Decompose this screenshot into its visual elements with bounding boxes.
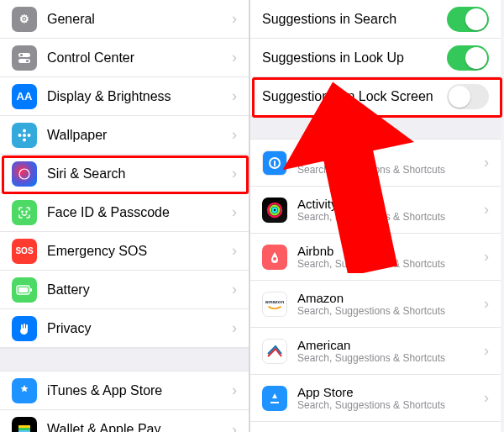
- row-siri-search[interactable]: Siri & Search ›: [0, 155, 249, 193]
- row-emergency-sos[interactable]: SOS Emergency SOS ›: [0, 232, 249, 271]
- label-battery: Battery: [47, 282, 227, 298]
- row-app-app-store[interactable]: App Store Search, Suggestions & Shortcut…: [250, 375, 501, 422]
- row-control-center[interactable]: Control Center ›: [0, 39, 249, 77]
- chevron-icon: ›: [484, 154, 489, 171]
- row-face-id[interactable]: Face ID & Passcode ›: [0, 193, 249, 232]
- chevron-icon: ›: [232, 126, 237, 144]
- label-control-center: Control Center: [47, 50, 227, 66]
- chevron-icon: ›: [232, 242, 237, 260]
- gear-icon: ⚙︎: [12, 7, 37, 32]
- label-suggestions-lookup: Suggestions in Look Up: [262, 50, 447, 66]
- chevron-icon: ›: [232, 165, 237, 182]
- row-battery[interactable]: Battery ›: [0, 271, 249, 309]
- label-privacy: Privacy: [47, 321, 227, 336]
- toggles-icon: [12, 45, 37, 71]
- row-app-american[interactable]: American Search, Suggestions & Shortcuts…: [250, 328, 501, 375]
- section-gap: [250, 116, 501, 140]
- chevron-icon: ›: [232, 382, 237, 399]
- chevron-icon: ›: [484, 295, 489, 313]
- toggle-suggestions-search[interactable]: [447, 7, 489, 32]
- row-app-activity[interactable]: Activity Search, Suggestions & Shortcuts…: [250, 187, 501, 234]
- app-sub: Search, Suggestions & Shortcuts: [297, 399, 479, 411]
- wallet-icon: [12, 417, 37, 432]
- svg-point-4: [23, 134, 26, 137]
- app-icon-amazon: amazon: [262, 292, 287, 317]
- svg-point-6: [23, 138, 26, 141]
- settings-list: ⚙︎ General › Control Center › AA Display…: [0, 0, 250, 432]
- row-display-brightness[interactable]: AA Display & Brightness ›: [0, 77, 249, 116]
- svg-point-7: [18, 134, 22, 137]
- app-name: American: [297, 338, 479, 352]
- svg-point-10: [22, 211, 23, 212]
- svg-rect-13: [30, 288, 32, 292]
- svg-text:amazon: amazon: [265, 299, 285, 304]
- svg-point-11: [26, 211, 27, 212]
- chevron-icon: ›: [232, 319, 237, 337]
- app-icon-american: [262, 339, 287, 364]
- hand-icon: [12, 316, 37, 341]
- app-icon-activity: [262, 198, 287, 223]
- row-suggestions-lock-screen[interactable]: Suggestions on Lock Screen: [250, 77, 501, 116]
- chevron-icon: ›: [232, 10, 237, 28]
- svg-point-9: [19, 169, 29, 179]
- siri-icon: [12, 161, 37, 187]
- label-suggestions-lock-screen: Suggestions on Lock Screen: [262, 89, 447, 104]
- chevron-icon: ›: [484, 342, 489, 360]
- svg-point-3: [26, 59, 29, 61]
- text-size-icon: AA: [12, 84, 37, 109]
- app-name: Activity: [297, 197, 479, 211]
- app-name: App Store: [297, 385, 479, 399]
- chevron-icon: ›: [232, 87, 237, 105]
- sos-icon: SOS: [12, 239, 37, 264]
- label-wallet-apple-pay: Wallet & Apple Pay: [47, 422, 227, 432]
- svg-point-5: [23, 129, 26, 132]
- svg-rect-20: [274, 161, 276, 166]
- label-general: General: [47, 12, 227, 27]
- row-wallet-apple-pay[interactable]: Wallet & Apple Pay ›: [0, 410, 249, 432]
- app-sub: Search, Suggestions & Shortcuts: [297, 211, 479, 223]
- row-itunes-app-store[interactable]: iTunes & App Store ›: [0, 371, 249, 410]
- app-name: Amazon: [297, 291, 479, 305]
- chevron-icon: ›: [232, 203, 237, 221]
- chevron-icon: ›: [484, 389, 489, 407]
- label-wallpaper: Wallpaper: [47, 128, 227, 143]
- chevron-icon: ›: [484, 248, 489, 266]
- app-name: 1Password: [297, 150, 479, 164]
- svg-rect-14: [18, 287, 28, 292]
- label-siri-search: Siri & Search: [47, 166, 227, 182]
- svg-point-2: [20, 53, 23, 55]
- chevron-icon: ›: [484, 201, 489, 219]
- row-app-amazon[interactable]: amazon Amazon Search, Suggestions & Shor…: [250, 281, 501, 328]
- row-suggestions-lookup[interactable]: Suggestions in Look Up: [250, 39, 501, 77]
- label-display-brightness: Display & Brightness: [47, 89, 227, 104]
- battery-icon: [12, 277, 37, 303]
- app-sub: Search, Suggestions & Shortcuts: [297, 164, 479, 176]
- svg-point-23: [273, 208, 277, 212]
- label-itunes-app-store: iTunes & App Store: [47, 383, 227, 398]
- label-emergency-sos: Emergency SOS: [47, 244, 227, 259]
- app-name: Airbnb: [297, 244, 479, 258]
- row-general[interactable]: ⚙︎ General ›: [0, 0, 249, 39]
- app-sub: Search, Suggestions & Shortcuts: [297, 305, 479, 317]
- toggle-suggestions-lock-screen[interactable]: [447, 84, 489, 109]
- label-face-id: Face ID & Passcode: [47, 205, 227, 220]
- row-app-1password[interactable]: 1Password Search, Suggestions & Shortcut…: [250, 140, 501, 187]
- app-icon-1password: [262, 150, 287, 176]
- row-privacy[interactable]: Privacy ›: [0, 309, 249, 348]
- app-icon-airbnb: [262, 245, 287, 270]
- app-store-icon: [12, 378, 37, 403]
- chevron-icon: ›: [232, 281, 237, 298]
- chevron-icon: ›: [232, 421, 237, 433]
- app-sub: Search, Suggestions & Shortcuts: [297, 352, 479, 364]
- face-id-icon: [12, 200, 37, 225]
- app-sub: Search, Suggestions & Shortcuts: [297, 258, 479, 270]
- row-wallpaper[interactable]: Wallpaper ›: [0, 116, 249, 155]
- app-icon-app-store: [262, 386, 287, 411]
- siri-search-detail: Suggestions in Search Suggestions in Loo…: [250, 0, 501, 432]
- row-app-airbnb[interactable]: Airbnb Search, Suggestions & Shortcuts ›: [250, 234, 501, 281]
- svg-rect-15: [18, 425, 30, 428]
- label-suggestions-search: Suggestions in Search: [262, 12, 447, 27]
- toggle-suggestions-lookup[interactable]: [447, 45, 489, 71]
- section-gap: [0, 348, 249, 371]
- row-suggestions-search[interactable]: Suggestions in Search: [250, 0, 501, 39]
